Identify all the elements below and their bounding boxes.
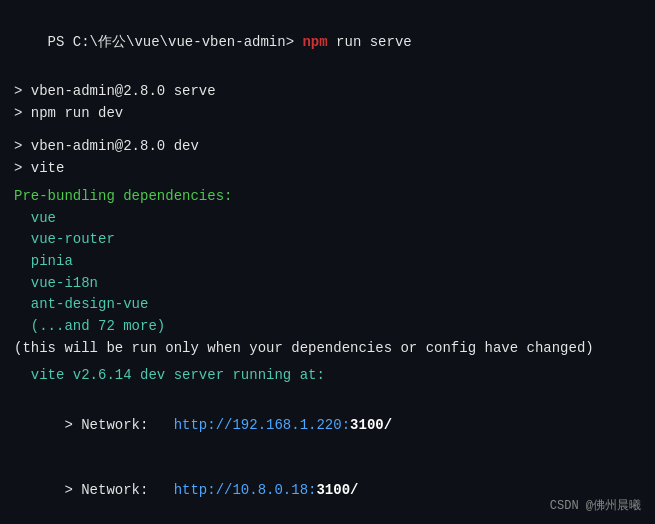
run-serve-text: run serve [328,34,412,50]
note-line: (this will be run only when your depende… [14,338,641,360]
network-port-1: 3100/ [350,417,392,433]
network-port-2: 3100/ [316,482,358,498]
network-url-1: http://192.168.1.220: [174,417,350,433]
prebundle-header: Pre-bundling dependencies: [14,186,641,208]
dep-vue-i18n: vue-i18n [14,273,641,295]
network-label-2: > Network: [48,482,174,498]
dep-ant-design: ant-design-vue [14,294,641,316]
network-url-2: http://10.8.0.18: [174,482,317,498]
dep-more: (...and 72 more) [14,316,641,338]
network-label-1: > Network: [48,417,174,433]
dep-vue: vue [14,208,641,230]
npm-keyword: npm [302,34,327,50]
dev-output-1: > vben-admin@2.8.0 dev [14,136,641,158]
network-line-2: > Network: http://10.8.0.18:3100/ [14,458,641,523]
network-line-1: > Network: http://192.168.1.220:3100/ [14,393,641,458]
vite-server-line: vite v2.6.14 dev server running at: [14,365,641,387]
dep-pinia: pinia [14,251,641,273]
terminal-window: PS C:\作公\vue\vue-vben-admin> npm run ser… [0,0,655,524]
dev-output-2: > vite [14,158,641,180]
serve-output-1: > vben-admin@2.8.0 serve [14,81,641,103]
dep-vue-router: vue-router [14,229,641,251]
serve-output-2: > npm run dev [14,103,641,125]
ps-prefix: PS C:\作公\vue\vue-vben-admin> [48,34,303,50]
watermark: CSDN @佛州晨曦 [550,497,641,514]
ps-prompt-line: PS C:\作公\vue\vue-vben-admin> npm run ser… [14,10,641,75]
